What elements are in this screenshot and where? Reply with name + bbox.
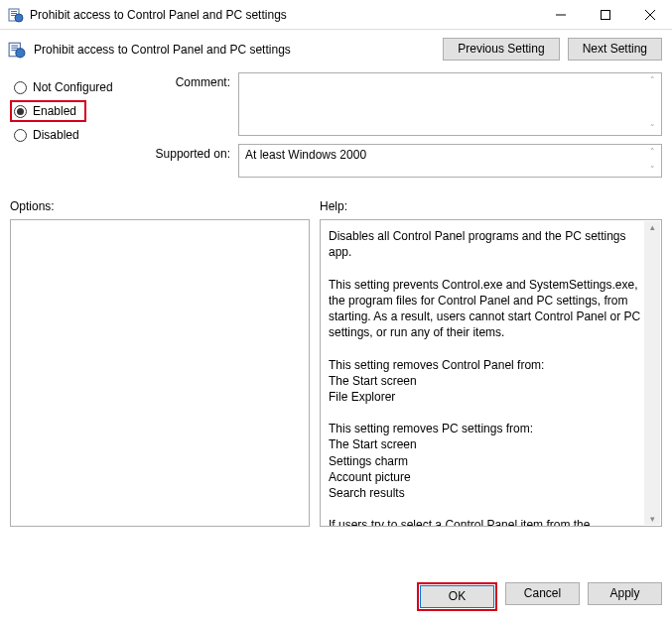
supported-on-box: At least Windows 2000 ˄˅	[238, 144, 662, 178]
svg-point-13	[16, 48, 25, 57]
svg-rect-11	[11, 47, 18, 48]
svg-rect-6	[601, 10, 609, 19]
radio-icon	[14, 81, 27, 94]
svg-rect-1	[11, 11, 17, 12]
scroll-arrows: ˄˅	[645, 147, 659, 175]
policy-icon	[8, 7, 24, 23]
options-pane	[10, 219, 310, 527]
comment-input[interactable]: ˄˅	[238, 72, 662, 136]
scrollbar[interactable]: ▴▾	[644, 221, 660, 525]
help-text: Disables all Control Panel programs and …	[329, 229, 644, 527]
header-row: Prohibit access to Control Panel and PC …	[0, 30, 672, 72]
policy-icon	[8, 41, 26, 59]
radio-disabled[interactable]: Disabled	[10, 124, 139, 146]
radio-not-configured[interactable]: Not Configured	[10, 76, 139, 98]
cancel-button[interactable]: Cancel	[505, 582, 580, 605]
window-title: Prohibit access to Control Panel and PC …	[30, 8, 538, 22]
radio-enabled[interactable]: Enabled	[10, 100, 86, 122]
ok-highlight: OK	[417, 582, 497, 611]
state-radio-group: Not Configured Enabled Disabled	[10, 72, 139, 186]
apply-button[interactable]: Apply	[588, 582, 662, 605]
ok-button[interactable]: OK	[420, 585, 494, 608]
svg-rect-2	[11, 13, 17, 14]
scroll-arrows: ˄˅	[645, 75, 659, 133]
radio-label: Disabled	[33, 128, 79, 142]
radio-icon	[14, 105, 27, 118]
next-setting-button[interactable]: Next Setting	[568, 38, 662, 61]
radio-label: Not Configured	[33, 80, 113, 94]
help-pane[interactable]: Disables all Control Panel programs and …	[320, 219, 662, 527]
svg-point-4	[15, 14, 23, 22]
supported-value: At least Windows 2000	[245, 148, 366, 162]
dialog-footer: OK Cancel Apply	[417, 582, 662, 611]
close-button[interactable]	[627, 0, 672, 29]
minimize-button[interactable]	[538, 0, 583, 29]
window-controls	[538, 0, 672, 29]
policy-title: Prohibit access to Control Panel and PC …	[34, 43, 435, 57]
options-label: Options:	[10, 199, 310, 213]
radio-icon	[14, 129, 27, 142]
radio-label: Enabled	[33, 104, 76, 118]
previous-setting-button[interactable]: Previous Setting	[443, 38, 559, 61]
svg-rect-10	[11, 45, 18, 46]
supported-label: Supported on:	[149, 144, 230, 178]
titlebar: Prohibit access to Control Panel and PC …	[0, 0, 672, 30]
maximize-button[interactable]	[583, 0, 627, 29]
help-label: Help:	[320, 199, 347, 213]
comment-label: Comment:	[149, 72, 230, 136]
